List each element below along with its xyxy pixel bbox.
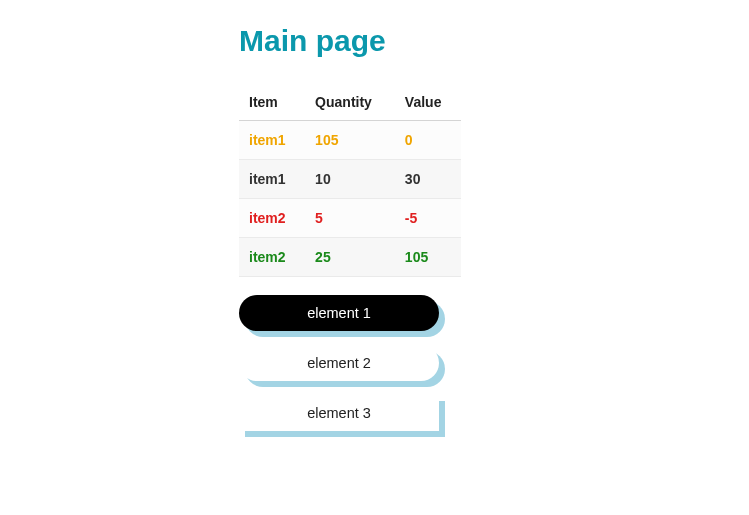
cell-quantity: 105 [305, 121, 395, 160]
page-title: Main page [239, 24, 749, 58]
table-row: item11050 [239, 121, 461, 160]
table-row: item11030 [239, 160, 461, 199]
element-button-1[interactable]: element 1 [239, 295, 439, 331]
cell-quantity: 5 [305, 199, 395, 238]
cell-item: item1 [239, 160, 305, 199]
col-header-quantity: Quantity [305, 84, 395, 121]
cell-item: item2 [239, 199, 305, 238]
element-button-2[interactable]: element 2 [239, 345, 439, 381]
cell-value: 30 [395, 160, 461, 199]
cell-value: -5 [395, 199, 461, 238]
element-button-3[interactable]: element 3 [239, 395, 439, 431]
table-row: item225105 [239, 238, 461, 277]
cell-quantity: 25 [305, 238, 395, 277]
cell-item: item2 [239, 238, 305, 277]
table-row: item25-5 [239, 199, 461, 238]
cell-value: 0 [395, 121, 461, 160]
data-table: Item Quantity Value item11050item11030it… [239, 84, 461, 277]
cell-quantity: 10 [305, 160, 395, 199]
cell-value: 105 [395, 238, 461, 277]
col-header-item: Item [239, 84, 305, 121]
col-header-value: Value [395, 84, 461, 121]
cell-item: item1 [239, 121, 305, 160]
